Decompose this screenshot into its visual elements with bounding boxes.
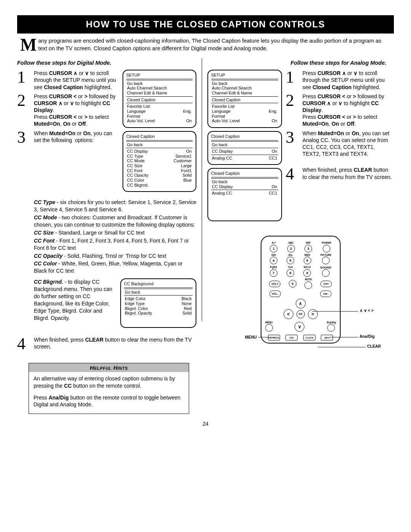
hint-1: An alternative way of entering closed ca… [33, 375, 184, 390]
step-number-4: 4 [17, 336, 34, 351]
analog-column: Follow these steps for Analog Mode. SETU… [207, 58, 394, 343]
remote-btn-1: 1 [270, 245, 277, 252]
remote-btn-8: 8 [287, 269, 294, 277]
remote-btn-9: 9 [303, 269, 311, 277]
osd-title: CC Background [124, 281, 193, 288]
remote-btn-vol-down: VOL– [269, 291, 281, 297]
remote-label-menu: MENU [245, 335, 257, 339]
digital-step4: When finished, press CLEAR button to cle… [34, 336, 196, 350]
remote-btn-ch-up: CH+ [320, 281, 332, 287]
digital-step1: Press CURSOR ∧ or ∨ to scroll through th… [34, 70, 119, 91]
page-number: 24 [17, 421, 394, 427]
digital-column: Follow these steps for Digital Mode. 1 P… [17, 58, 196, 414]
osd-setup-analog: SETUP Go back Auto Channel Search Channe… [207, 70, 282, 128]
remote-btn-6: 6 [304, 257, 311, 264]
helpful-hints-box: Helpful Hints An alternative way of ente… [29, 363, 189, 414]
hint-2: Press Ana/Dig button on the remote contr… [33, 394, 184, 409]
osd-closed-caption-digital: Closed Caption Go back CC DisplayOn CC T… [123, 131, 196, 192]
digital-options: CC Type - six choices for you to select:… [34, 199, 196, 275]
remote-btn-2: 2 [287, 245, 295, 252]
remote-btn-mute [304, 281, 312, 289]
remote-btn-vol-up: VOL+ [269, 281, 280, 287]
remote-btn-7: 7 [270, 269, 277, 277]
remote-btn-menu [265, 324, 273, 332]
remote-label-anadig: Ana/Dig [360, 334, 375, 339]
osd-title: Closed Caption [211, 134, 278, 141]
intro-text: any programs are encoded with closed-cap… [38, 38, 381, 51]
step-number-3: 3 [17, 130, 34, 145]
remote-label-clear: CLEAR [367, 344, 381, 348]
osd-closed-caption-analog-1: Closed Caption Go back CC DisplayOn Anal… [207, 131, 282, 165]
remote-btn-anadig [327, 324, 335, 332]
page-title: HOW TO USE THE CLOSED CAPTION CONTROLS [17, 15, 394, 34]
osd-cc-background: CC Background Go back Edge ColorBlack Ed… [120, 278, 196, 328]
remote-cursor-up: ∧ [296, 299, 306, 308]
remote-cursor-right: > [308, 309, 318, 319]
remote-cursor-down: ∨ [295, 322, 304, 332]
cc-bkgrnd-text: CC Bkgrnd. - to display CC Background me… [34, 278, 116, 321]
remote-label-cursor: ∧ ∨ < > [360, 308, 374, 313]
remote-btn-0: 0 [289, 280, 296, 288]
helpful-hints-head: Helpful Hints [29, 363, 189, 372]
remote-control-illustration: A•?1 ABC2 DEF3 POWER GHI4 JKL5 MNO6 PICT… [261, 236, 341, 343]
osd-title: Closed Caption [211, 171, 278, 177]
step-number-1: 1 [286, 70, 303, 85]
digital-step2: Press CURSOR < or > followed by CURSOR ∧… [34, 93, 119, 128]
analog-subhead: Follow these steps for Analog Mode. [207, 60, 394, 66]
analog-step2: Press CURSOR < or > followed by CURSOR ∧… [303, 93, 394, 128]
dropcap: M [20, 37, 37, 52]
osd-closed-caption-analog-2: Closed Caption Go back CC DisplayOn Anal… [207, 168, 282, 221]
step-number-1: 1 [17, 70, 34, 85]
osd-title: Closed Caption [126, 134, 193, 141]
remote-btn-ch-down: CH– [320, 291, 331, 297]
osd-setup-digital: SETUP Go back Auto Channel Search Channe… [123, 70, 196, 128]
remote-btn-ok: OK [296, 310, 305, 318]
step-number-3: 3 [286, 130, 303, 145]
remote-btn-5: 5 [287, 257, 294, 264]
step-number-2: 2 [17, 93, 34, 108]
remote-btn-info: INFO [321, 335, 333, 340]
analog-step1: Press CURSOR ∧ or ∨ to scroll through th… [303, 70, 394, 91]
remote-btn-picture [322, 257, 330, 264]
step-number-2: 2 [286, 93, 303, 108]
analog-step4: When finished, press CLEAR button to cle… [303, 166, 394, 180]
remote-btn-3: 3 [304, 245, 312, 252]
remote-btn-sound [322, 269, 330, 277]
analog-step3: When Muted=On or On, you can set Analog … [303, 130, 394, 158]
osd-title: SETUP [211, 73, 278, 79]
remote-btn-4: 4 [270, 257, 277, 264]
remote-btn-fav: FAV [285, 335, 298, 340]
column-divider [202, 58, 202, 321]
intro-paragraph: M any programs are encoded with closed-c… [20, 37, 391, 52]
remote-btn-power [323, 245, 330, 252]
step-number-4: 4 [286, 166, 303, 182]
remote-cursor-left: < [284, 309, 293, 319]
osd-title: SETUP [126, 73, 193, 79]
digital-subhead: Follow these steps for Digital Mode. [17, 60, 196, 66]
remote-btn-clear: CLEAR [303, 335, 315, 340]
remote-btn-goback: GO BACK [268, 335, 280, 340]
digital-step3: When Muted=On or On, you can set the fol… [34, 130, 119, 144]
